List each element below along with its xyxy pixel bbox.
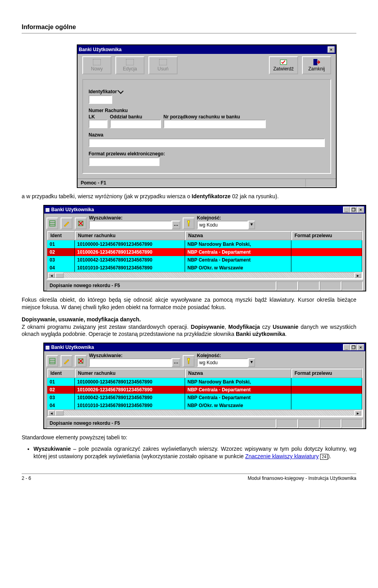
- search-more-button[interactable]: …: [172, 358, 180, 367]
- input-oddzial[interactable]: [110, 120, 161, 128]
- input-wyszukiwanie[interactable]: [89, 358, 172, 367]
- status-text: Dopisanie nowego rekordu - F5: [46, 281, 276, 291]
- para-4: Standardowe elementy powyższej tabeli to…: [22, 434, 356, 441]
- titlebar-text: Banki Użytkownika: [51, 345, 94, 350]
- toolbar: Nowy Edycja Usuń Zatwierdź Zamknij: [78, 54, 336, 77]
- form-panel: Identyfikator Numer Rachunku LK Oddział …: [82, 79, 331, 174]
- label-wyszukiwanie: Wyszukiwanie:: [89, 353, 180, 358]
- table-row[interactable]: 0110100000-12345678901234567890NBP Narod…: [47, 378, 362, 386]
- confirm-icon: [280, 59, 287, 65]
- svg-rect-2: [50, 221, 55, 226]
- restore-button[interactable]: ❐: [350, 206, 357, 213]
- grid-icon-button[interactable]: [46, 218, 58, 229]
- titlebar-text: Banki Użytkownika: [79, 47, 122, 52]
- chevron-down-icon: ▾: [248, 358, 255, 367]
- grid-icon: [49, 358, 56, 365]
- list-window-unfocused: ▦ Banki Użytkownika _ ❐ × Wyszukiwanie: …: [43, 343, 366, 429]
- edit-icon-button[interactable]: [61, 355, 72, 367]
- select-value: wg Kodu: [197, 358, 248, 367]
- table-row[interactable]: 0410101010-12345678901234567890NBP O/Okr…: [47, 264, 362, 272]
- label-lk: LK: [89, 114, 107, 120]
- select-value: wg Kodu: [197, 221, 248, 229]
- delete-icon-button[interactable]: [75, 355, 87, 367]
- para-2: Fokus określa obiekt, do którego będą si…: [22, 296, 356, 311]
- delete-icon-button[interactable]: [75, 218, 87, 229]
- select-kolejnosc[interactable]: wg Kodu ▾: [197, 358, 255, 367]
- titlebar: ▦ Banki Użytkownika _ ❐ ×: [44, 343, 365, 351]
- zatwierdz-button[interactable]: Zatwierdź: [269, 56, 298, 74]
- input-ident[interactable]: [89, 95, 112, 104]
- input-lk[interactable]: [89, 120, 107, 128]
- close-button[interactable]: ×: [328, 46, 335, 53]
- scrollbar-horizontal[interactable]: ◄►: [47, 272, 362, 279]
- table-row-selected[interactable]: 0210100026-12345678901234567890NBP Centr…: [47, 386, 362, 394]
- table-row-selected[interactable]: 0210100026-12345678901234567890NBP Centr…: [47, 248, 362, 256]
- list-item: Wyszukiwanie – pole pozwala ograniczyć z…: [33, 445, 356, 460]
- exit-icon: [313, 59, 321, 65]
- app-icon: ▦: [45, 345, 50, 350]
- label-oddzial: Oddział banku: [110, 114, 161, 120]
- edycja-button[interactable]: Edycja: [115, 56, 145, 74]
- table-row[interactable]: 0410101010-12345678901234567890NBP O/Okr…: [47, 402, 362, 409]
- link-znaczenie[interactable]: Znaczenie klawiszy klawiatury: [245, 453, 319, 459]
- label-wyszukiwanie: Wyszukiwanie:: [89, 215, 180, 221]
- zamknij-button[interactable]: Zamknij: [302, 56, 331, 74]
- label-nazwa: Nazwa: [89, 132, 325, 138]
- label-ident: Identyfikator: [89, 88, 325, 94]
- chevron-down-icon: ▾: [248, 221, 255, 229]
- page-ref-badge: 24: [320, 454, 328, 460]
- grid-icon: [49, 220, 56, 227]
- edit-icon-button[interactable]: [61, 218, 72, 229]
- divider: [22, 33, 356, 33]
- label-numer: Numer Rachunku: [89, 108, 325, 113]
- table-row[interactable]: 0310100042-12345678901234567890NBP Centr…: [47, 256, 362, 264]
- minimize-button[interactable]: _: [343, 206, 350, 213]
- footer-left: 2 - 6: [22, 476, 31, 481]
- titlebar: ▦ Banki Użytkownika _ ❐ ×: [44, 206, 365, 214]
- flashlight-button[interactable]: [183, 355, 195, 367]
- label-nrp: Nr porządkowy rachunku w banku: [163, 114, 240, 120]
- label-kolejnosc: Kolejność:: [197, 215, 255, 221]
- pencil-icon: [63, 358, 70, 365]
- svg-rect-6: [50, 358, 55, 364]
- input-nazwa[interactable]: [89, 138, 325, 147]
- close-button[interactable]: ×: [357, 206, 364, 213]
- flashlight-icon: [185, 220, 192, 227]
- pencil-icon: [63, 220, 70, 227]
- input-format[interactable]: [89, 157, 159, 166]
- app-icon: ▦: [45, 207, 50, 212]
- statusbar: Dopisanie nowego rekordu - F5: [46, 419, 363, 428]
- grid-icon-button[interactable]: [46, 355, 58, 367]
- select-kolejnosc[interactable]: wg Kodu ▾: [197, 221, 255, 229]
- nowy-button[interactable]: Nowy: [82, 56, 111, 74]
- data-grid[interactable]: Ident Numer rachunku Nazwa Format przele…: [46, 368, 363, 417]
- grid-header: Ident Numer rachunku Nazwa Format przele…: [47, 231, 362, 240]
- flashlight-icon: [185, 358, 192, 365]
- page-header: Informacje ogólne: [22, 24, 356, 31]
- close-button[interactable]: ×: [357, 344, 364, 350]
- status-text: Pomoc - F1: [81, 180, 106, 186]
- table-row[interactable]: 0310100042-12345678901234567890NBP Centr…: [47, 394, 362, 402]
- data-grid[interactable]: Ident Numer rachunku Nazwa Format przele…: [46, 230, 363, 280]
- statusbar: Pomoc - F1: [78, 179, 336, 187]
- grid-header: Ident Numer rachunku Nazwa Format przele…: [47, 369, 362, 378]
- page-footer: 2 - 6 Moduł finansowo-księgowy - Instruk…: [22, 476, 356, 481]
- restore-button[interactable]: ❐: [350, 344, 357, 350]
- footer-right: Moduł finansowo-księgowy - Instrukcja Uż…: [248, 476, 356, 481]
- flashlight-button[interactable]: [183, 218, 195, 229]
- status-text: Dopisanie nowego rekordu - F5: [46, 419, 276, 428]
- para-3: Dopisywanie, usuwanie, modyfikacja danyc…: [22, 316, 356, 338]
- list-window-focused: ▦ Banki Użytkownika _ ❐ × Wyszukiwanie: …: [43, 205, 366, 291]
- table-row[interactable]: 0110100000-12345678901234567890NBP Narod…: [47, 240, 362, 248]
- input-nrp[interactable]: [163, 120, 266, 128]
- minimize-button[interactable]: _: [343, 344, 350, 350]
- divider: [22, 474, 356, 474]
- scrollbar-horizontal[interactable]: ◄►: [47, 409, 362, 417]
- delete-icon: [77, 220, 84, 227]
- bullet-list: Wyszukiwanie – pole pozwala ograniczyć z…: [33, 445, 356, 460]
- label-kolejnosc: Kolejność:: [197, 353, 255, 358]
- statusbar: Dopisanie nowego rekordu - F5: [46, 281, 363, 291]
- search-more-button[interactable]: …: [172, 221, 180, 229]
- input-wyszukiwanie[interactable]: [89, 221, 172, 229]
- usun-button[interactable]: Usuń: [148, 56, 178, 74]
